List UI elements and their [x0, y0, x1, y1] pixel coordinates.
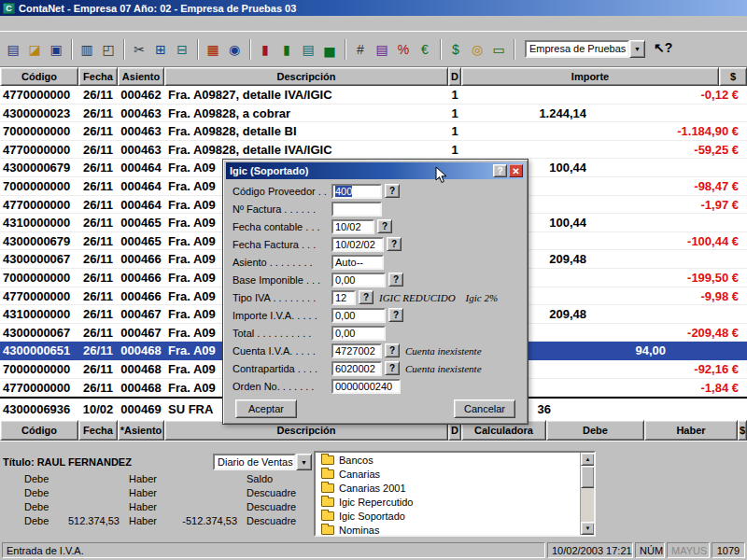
tree-item[interactable]: Canarias 2001 — [316, 481, 594, 495]
field-input[interactable]: 0,00 — [331, 273, 386, 287]
menu-item-iva-igic[interactable] — [92, 22, 105, 24]
lookup-button[interactable]: ? — [377, 219, 392, 233]
totals-row: Debe Haber Saldo — [24, 473, 340, 484]
entry-header-debe[interactable]: Debe — [546, 420, 644, 441]
field-input[interactable]: 10/02/02 — [331, 237, 384, 252]
dropdown-arrow-icon[interactable]: ▼ — [296, 454, 312, 470]
cell-importe-2 — [586, 177, 666, 195]
coins-icon[interactable]: ◎ — [467, 38, 487, 60]
field-input[interactable]: 400 — [331, 184, 382, 199]
money-bag-icon[interactable]: $ — [445, 38, 466, 60]
debe-label: Debe — [24, 501, 54, 512]
column-header-importe[interactable]: Importe — [461, 67, 719, 86]
entry-header-asiento[interactable]: *Asiento — [118, 420, 164, 441]
column-header-asiento[interactable]: Asiento — [118, 67, 164, 86]
lookup-button[interactable]: ? — [385, 184, 400, 198]
company-select[interactable]: Empresa de Pruebas 03 ▼ — [525, 40, 645, 58]
tree-item[interactable]: Bancos — [316, 453, 594, 467]
entry-header-codigo[interactable]: Código — [0, 420, 78, 441]
cash-register-icon[interactable]: ▭ — [488, 38, 509, 60]
lookup-button[interactable]: ? — [388, 273, 403, 287]
lookup-button[interactable]: ? — [385, 343, 400, 357]
dialog-close-button[interactable]: ✕ — [509, 164, 523, 177]
scroll-thumb[interactable] — [581, 466, 595, 488]
calculator-icon[interactable]: # — [350, 38, 371, 60]
menu-item-edicion[interactable] — [13, 22, 26, 24]
field-input[interactable]: 6020002 — [331, 361, 382, 376]
menu-item-archivo[interactable] — [0, 22, 13, 24]
menu-item-diario[interactable] — [65, 22, 78, 24]
chart-icon[interactable]: ▅ — [319, 38, 340, 60]
lookup-button[interactable]: ? — [359, 290, 374, 304]
cut-icon[interactable]: ✂ — [129, 38, 149, 60]
invoice-icon[interactable]: ▤ — [372, 38, 392, 60]
entry-header-haber[interactable]: Haber — [644, 420, 738, 441]
calendar-icon[interactable]: ▦ — [203, 38, 223, 60]
field-input[interactable]: 12 — [331, 290, 356, 305]
dropdown-arrow-icon[interactable]: ▼ — [629, 40, 645, 58]
column-header-currency[interactable]: $ — [719, 67, 747, 86]
entry-header-currency[interactable]: $ — [738, 420, 747, 441]
new-entry-icon[interactable]: ▤ — [3, 38, 23, 60]
column-header-fecha[interactable]: Fecha — [78, 67, 118, 86]
open-folder-icon[interactable]: ◪ — [24, 38, 45, 60]
ledger-book-icon[interactable]: ▮ — [276, 38, 297, 60]
field-label: Base Imponible . . . — [233, 274, 331, 286]
table-row[interactable]: 4300000023 26/11 000463 Fra. A09828, a c… — [0, 105, 747, 123]
copy-icon[interactable]: ⊞ — [150, 38, 171, 60]
scroll-down-icon[interactable]: ▼ — [581, 522, 595, 535]
cell-importe: 1.244,14 — [461, 105, 586, 122]
accept-button[interactable]: Aceptar — [235, 399, 297, 418]
journal-select[interactable]: Diario de Ventas ▼ — [213, 454, 312, 470]
diary-book-icon[interactable]: ▮ — [255, 38, 275, 60]
cell-importe-negativo — [666, 342, 742, 359]
iva-percent-icon[interactable]: % — [393, 38, 414, 60]
table-row[interactable]: 4770000000 26/11 000462 Fra. A09827, det… — [0, 86, 747, 105]
field-input[interactable]: 0000000240 — [331, 379, 401, 394]
table-row[interactable]: 4770000000 26/11 000463 Fra. A09828, det… — [0, 141, 747, 160]
column-header-d[interactable]: D — [448, 67, 461, 86]
field-input[interactable]: 0,00 — [331, 308, 386, 323]
print-icon[interactable]: ▥ — [77, 38, 97, 60]
print-preview-icon[interactable]: ◰ — [98, 38, 119, 60]
toolbar-separator — [514, 39, 515, 60]
menu-item-herramientas[interactable] — [39, 22, 52, 24]
cell-asiento: 000464 — [118, 177, 164, 195]
menu-item-ver[interactable] — [26, 22, 39, 24]
status-bar: Entrada de I.V.A. 10/02/2003 17:21 NÚM M… — [0, 539, 747, 560]
entry-header-fecha[interactable]: Fecha — [78, 420, 118, 441]
menu-item-plan[interactable] — [52, 22, 65, 24]
euro-icon[interactable]: € — [415, 38, 435, 60]
field-input[interactable]: 0,00 — [331, 326, 386, 341]
table-row[interactable]: 7000000000 26/11 000463 Fra. A09828, det… — [0, 122, 747, 141]
balances-icon[interactable]: ▤ — [298, 38, 318, 60]
lookup-button[interactable]: ? — [387, 237, 402, 251]
field-note: IGIC REDUCIDO Igic 2% — [379, 292, 498, 303]
save-icon[interactable]: ▣ — [46, 38, 66, 60]
menu-item-balances[interactable] — [78, 22, 92, 24]
dialog-help-button[interactable]: ? — [493, 164, 507, 177]
cell-d: 1 — [448, 122, 461, 140]
debe-value: 512.374,53 — [54, 515, 120, 526]
column-header-descripcion[interactable]: Descripción — [164, 67, 448, 86]
cancel-button[interactable]: Cancelar — [454, 399, 515, 418]
search-icon[interactable]: ◉ — [224, 38, 245, 60]
column-header-codigo[interactable]: Código — [0, 67, 78, 86]
tree-item[interactable]: Igic Soportado — [316, 509, 594, 523]
field-input[interactable]: 10/02 — [331, 219, 374, 234]
paste-icon[interactable]: ⊟ — [172, 38, 192, 60]
tree-scrollbar[interactable]: ▲ ▼ — [580, 453, 594, 535]
tree-item[interactable]: Igic Repercutido — [316, 495, 594, 509]
field-value: 10/02/02 — [335, 239, 375, 250]
tree-item[interactable]: Nominas — [316, 523, 594, 537]
lookup-button[interactable]: ? — [385, 361, 400, 375]
field-input[interactable]: Auto-- — [331, 255, 384, 270]
context-help-icon[interactable]: ↖? — [654, 40, 672, 55]
scroll-up-icon[interactable]: ▲ — [581, 453, 595, 466]
tree-item[interactable]: Canarias — [316, 467, 594, 481]
totals-row: Debe Haber Descuadre — [24, 487, 340, 498]
cell-fecha: 26/11 — [78, 232, 118, 250]
lookup-button[interactable]: ? — [388, 308, 403, 322]
field-input[interactable] — [331, 202, 382, 217]
field-input[interactable]: 4727002 — [331, 343, 382, 358]
